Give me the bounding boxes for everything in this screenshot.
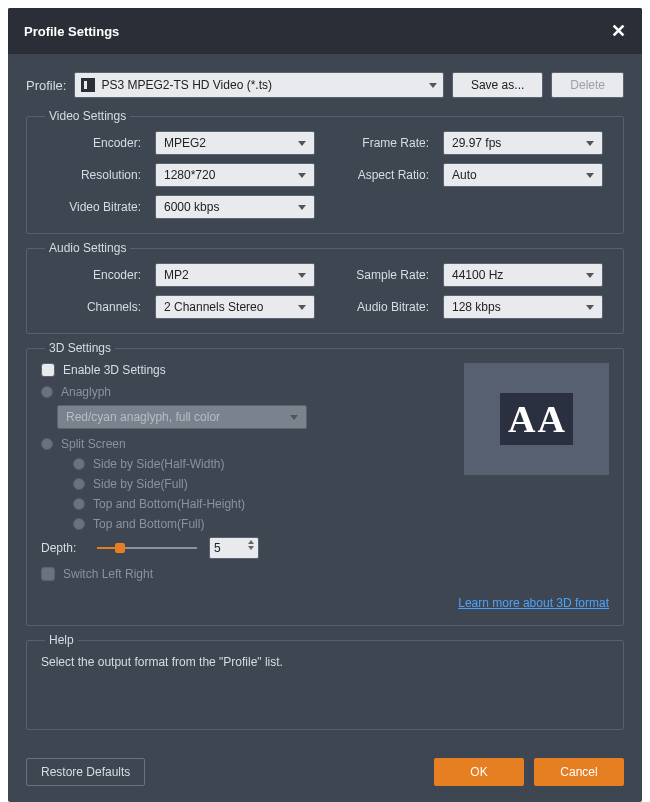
- anaglyph-mode-select: Red/cyan anaglyph, full color: [57, 405, 307, 429]
- video-framerate-label: Frame Rate:: [329, 136, 429, 150]
- 3d-preview: AA: [464, 363, 609, 475]
- enable-3d-label: Enable 3D Settings: [63, 363, 166, 377]
- chevron-down-icon: [586, 305, 594, 310]
- ok-button[interactable]: OK: [434, 758, 524, 786]
- switch-lr-checkbox: [41, 567, 55, 581]
- depth-row: Depth: 5: [41, 537, 452, 559]
- 3d-settings-group: 3D Settings Enable 3D Settings Anaglyph …: [26, 348, 624, 626]
- depth-label: Depth:: [41, 541, 85, 555]
- audio-legend: Audio Settings: [45, 241, 130, 255]
- chevron-down-icon: [290, 415, 298, 420]
- chevron-down-icon: [429, 83, 437, 88]
- depth-spinner[interactable]: 5: [209, 537, 259, 559]
- sbs-half-radio: [73, 458, 85, 470]
- video-encoder-label: Encoder:: [41, 136, 141, 150]
- chevron-down-icon[interactable]: [248, 546, 254, 550]
- video-legend: Video Settings: [45, 109, 130, 123]
- audio-encoder-select[interactable]: MP2: [155, 263, 315, 287]
- titlebar: Profile Settings ✕: [8, 8, 642, 54]
- anaglyph-label: Anaglyph: [61, 385, 111, 399]
- delete-button: Delete: [551, 72, 624, 98]
- video-resolution-select[interactable]: 1280*720: [155, 163, 315, 187]
- footer: Restore Defaults OK Cancel: [8, 758, 642, 802]
- chevron-down-icon: [586, 173, 594, 178]
- profile-row: Profile: PS3 MPEG2-TS HD Video (*.ts) Sa…: [26, 72, 624, 98]
- audio-settings-group: Audio Settings Encoder: MP2 Sample Rate:…: [26, 248, 624, 334]
- help-text: Select the output format from the "Profi…: [41, 655, 609, 715]
- video-bitrate-select[interactable]: 6000 kbps: [155, 195, 315, 219]
- audio-channels-label: Channels:: [41, 300, 141, 314]
- enable-3d-checkbox[interactable]: [41, 363, 55, 377]
- 3d-legend: 3D Settings: [45, 341, 115, 355]
- chevron-down-icon: [298, 173, 306, 178]
- audio-samplerate-label: Sample Rate:: [329, 268, 429, 282]
- tab-full-radio: [73, 518, 85, 530]
- video-framerate-select[interactable]: 29.97 fps: [443, 131, 603, 155]
- switch-lr-row: Switch Left Right: [41, 567, 452, 581]
- chevron-down-icon: [298, 305, 306, 310]
- video-bitrate-label: Video Bitrate:: [41, 200, 141, 214]
- switch-lr-label: Switch Left Right: [63, 567, 153, 581]
- split-radio: [41, 438, 53, 450]
- audio-encoder-label: Encoder:: [41, 268, 141, 282]
- anaglyph-radio-row: Anaglyph: [41, 385, 452, 399]
- audio-bitrate-select[interactable]: 128 kbps: [443, 295, 603, 319]
- disk-icon: [81, 78, 95, 92]
- profile-settings-window: Profile Settings ✕ Profile: PS3 MPEG2-TS…: [8, 8, 642, 802]
- audio-channels-select[interactable]: 2 Channels Stereo: [155, 295, 315, 319]
- content-area: Profile: PS3 MPEG2-TS HD Video (*.ts) Sa…: [8, 54, 642, 758]
- chevron-down-icon: [298, 141, 306, 146]
- window-title: Profile Settings: [24, 24, 119, 39]
- cancel-button[interactable]: Cancel: [534, 758, 624, 786]
- 3d-preview-col: AA: [464, 363, 609, 589]
- close-icon[interactable]: ✕: [611, 20, 626, 42]
- save-as-button[interactable]: Save as...: [452, 72, 543, 98]
- video-aspect-label: Aspect Ratio:: [329, 168, 429, 182]
- video-resolution-label: Resolution:: [41, 168, 141, 182]
- video-aspect-select[interactable]: Auto: [443, 163, 603, 187]
- tab-half-radio: [73, 498, 85, 510]
- anaglyph-radio: [41, 386, 53, 398]
- audio-bitrate-label: Audio Bitrate:: [329, 300, 429, 314]
- split-label: Split Screen: [61, 437, 126, 451]
- chevron-down-icon: [298, 273, 306, 278]
- learn-more-link[interactable]: Learn more about 3D format: [458, 596, 609, 610]
- profile-select[interactable]: PS3 MPEG2-TS HD Video (*.ts): [74, 72, 443, 98]
- slider-thumb[interactable]: [115, 543, 125, 553]
- profile-value: PS3 MPEG2-TS HD Video (*.ts): [101, 78, 428, 92]
- sbs-full-radio: [73, 478, 85, 490]
- tab-half-row: Top and Bottom(Half-Height): [73, 497, 452, 511]
- chevron-down-icon: [586, 141, 594, 146]
- help-group: Help Select the output format from the "…: [26, 640, 624, 730]
- sbs-full-row: Side by Side(Full): [73, 477, 452, 491]
- 3d-options: Enable 3D Settings Anaglyph Red/cyan ana…: [41, 363, 452, 589]
- restore-defaults-button[interactable]: Restore Defaults: [26, 758, 145, 786]
- depth-slider[interactable]: [97, 541, 197, 555]
- video-encoder-select[interactable]: MPEG2: [155, 131, 315, 155]
- chevron-up-icon[interactable]: [248, 540, 254, 544]
- sbs-half-row: Side by Side(Half-Width): [73, 457, 452, 471]
- audio-samplerate-select[interactable]: 44100 Hz: [443, 263, 603, 287]
- help-legend: Help: [45, 633, 78, 647]
- enable-3d-row[interactable]: Enable 3D Settings: [41, 363, 452, 377]
- tab-full-row: Top and Bottom(Full): [73, 517, 452, 531]
- video-settings-group: Video Settings Encoder: MPEG2 Frame Rate…: [26, 116, 624, 234]
- chevron-down-icon: [586, 273, 594, 278]
- profile-label: Profile:: [26, 78, 66, 93]
- split-screen-radio-row: Split Screen: [41, 437, 452, 451]
- chevron-down-icon: [298, 205, 306, 210]
